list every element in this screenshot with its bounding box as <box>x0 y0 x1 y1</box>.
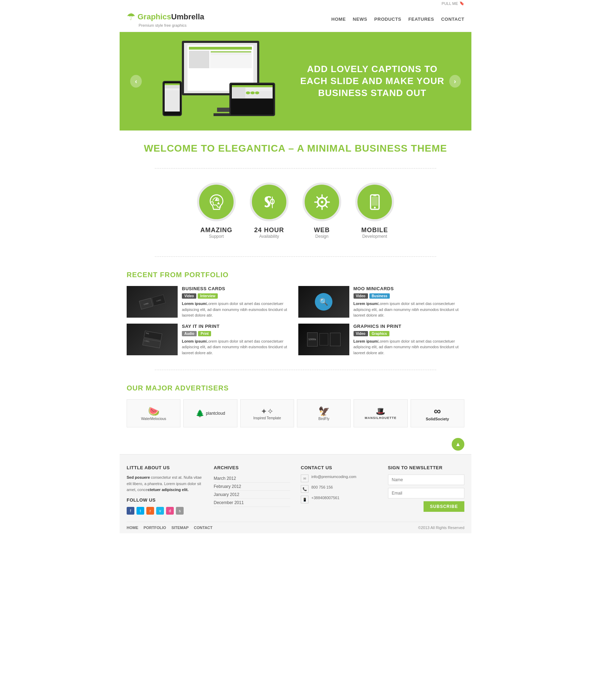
back-to-top-container: ▲ <box>120 434 471 454</box>
svg-line-8 <box>317 197 319 199</box>
contact-mobile: +388408007561 <box>311 496 339 500</box>
advertiser-inspired-template[interactable]: ✦✧ Inspired Template <box>240 399 294 427</box>
tag-video[interactable]: Video <box>182 293 196 299</box>
umbrella-icon: ☂ <box>127 11 135 23</box>
welcome-heading: WELCOME TO ELEGANTICA – A MINIMAL BUSINE… <box>127 143 464 154</box>
portfolio-thumb-moo[interactable]: 🔍 <box>298 286 349 318</box>
share-icon[interactable]: s <box>176 507 184 515</box>
portfolio-item-title: SAY IT IN PRINT <box>182 324 293 329</box>
portfolio-item-text: Lorem ipsumLorem ipsum dolor sit amet da… <box>354 301 465 318</box>
archive-february[interactable]: February 2012 <box>214 483 291 491</box>
subscribe-button[interactable]: SUBSCRIBE <box>424 501 464 512</box>
nav-products[interactable]: PRODUCTS <box>374 17 401 22</box>
copyright: ©2013 All Rights Reserved <box>418 526 464 530</box>
feature-mobile: MOBILE Development <box>355 183 394 239</box>
nav-features[interactable]: FEATURES <box>408 17 434 22</box>
advertiser-plantcloud[interactable]: 🌲 plantcloud <box>183 399 237 427</box>
logo: ☂ GraphicsUmbrella Premium style free gr… <box>127 11 204 27</box>
phone-icon: 📞 <box>301 485 309 493</box>
feature-mobile-subtitle: Development <box>355 234 394 239</box>
back-to-top-button[interactable]: ▲ <box>452 438 464 451</box>
feature-web-subtitle: Design <box>303 234 341 239</box>
mobile-icon: 📱 <box>301 496 309 503</box>
portfolio-item: TAG LABEL SAY IT IN PRINT Audio Print Lo… <box>127 324 293 356</box>
portfolio-item: 🔍 MOO MINICARDS Video Business Lorem ips… <box>298 286 465 318</box>
nav-home[interactable]: HOME <box>331 17 346 22</box>
header: ☂ GraphicsUmbrella Premium style free gr… <box>120 7 471 32</box>
portfolio-thumb-business-cards[interactable]: CARD CARD <box>127 286 178 318</box>
contact-phone-item: 📞 800 756 156 <box>301 485 377 493</box>
vimeo-icon[interactable]: v <box>156 507 164 515</box>
svg-line-10 <box>325 197 327 199</box>
feature-web-title: WEB <box>303 227 341 234</box>
tag-interview[interactable]: Interview <box>198 293 218 299</box>
portfolio-info: GRAPHICS IN PRINT Video Graphics Lorem i… <box>354 324 465 356</box>
archive-march[interactable]: March 2012 <box>214 475 291 483</box>
slider-devices <box>142 41 296 122</box>
footer-about-text: Sed posuere consectetur est at. Nulla vi… <box>127 475 203 493</box>
tag-audio[interactable]: Audio <box>182 331 197 336</box>
portfolio-tags: Video Interview <box>182 293 293 299</box>
features-section: AMAZING Support 24 HOUR Availability <box>120 176 471 249</box>
social-icons: f t r v d s <box>127 507 203 515</box>
archive-january[interactable]: January 2012 <box>214 491 291 499</box>
newsletter-email-input[interactable] <box>388 488 465 498</box>
portfolio-item-text: Lorem ipsumLorem ipsum dolor sit amet da… <box>182 301 293 318</box>
tag-video[interactable]: Video <box>354 293 368 299</box>
advertisers-grid: 🍉 WaterMelocious 🌲 plantcloud ✦✧ Inspire… <box>127 399 464 427</box>
footer-nav-portfolio[interactable]: PORTFOLIO <box>144 526 166 530</box>
tag-video[interactable]: Video <box>354 331 368 336</box>
footer-nav-contact[interactable]: CONTACT <box>194 526 212 530</box>
portfolio-title: RECENT FROM PORTFOLIO <box>127 271 464 279</box>
bookmark-icon: 🔖 <box>459 1 464 6</box>
contact-email-item: ✉ info@premiumcoding.com <box>301 475 377 482</box>
divider-3 <box>155 370 436 370</box>
twitter-icon[interactable]: t <box>136 507 144 515</box>
footer-newsletter-title: SIGN TO NEWSLETTER <box>388 465 465 470</box>
advertiser-birdfly[interactable]: 🦅 BirdFly <box>297 399 351 427</box>
feature-24hour-subtitle: Availability <box>250 234 288 239</box>
footer: LITTLE ABOUT US Sed posuere consectetur … <box>120 454 471 533</box>
nav-contact[interactable]: CONTACT <box>441 17 464 22</box>
advertiser-watermelocious[interactable]: 🍉 WaterMelocious <box>127 399 180 427</box>
portfolio-info: BUSINESS CARDS Video Interview Lorem ips… <box>182 286 293 318</box>
feature-web: WEB Design <box>303 183 341 239</box>
slider-next-button[interactable]: › <box>449 75 461 88</box>
portfolio-tags: Video Business <box>354 293 465 299</box>
portfolio-thumb-print[interactable]: TAG LABEL <box>127 324 178 355</box>
footer-nav-sitemap[interactable]: SITEMAP <box>171 526 189 530</box>
tag-business[interactable]: Business <box>369 293 390 299</box>
portfolio-item-title: BUSINESS CARDS <box>182 286 293 291</box>
footer-contact-title: CONTACT US <box>301 465 377 470</box>
portfolio-grid: CARD CARD BUSINESS CARDS Video Interview… <box>127 286 464 356</box>
nav-news[interactable]: NEWS <box>353 17 367 22</box>
footer-newsletter: SIGN TO NEWSLETTER SUBSCRIBE <box>388 465 465 515</box>
feature-amazing-title: AMAZING <box>197 227 236 234</box>
newsletter-name-input[interactable] <box>388 475 465 485</box>
feature-mobile-title: MOBILE <box>355 227 394 234</box>
feature-mobile-icon <box>355 183 394 221</box>
advertiser-man-silhouette[interactable]: 🎩 MANSILHOUETTE <box>354 399 407 427</box>
dribbble-icon[interactable]: d <box>166 507 174 515</box>
rss-icon[interactable]: r <box>146 507 154 515</box>
divider <box>155 168 436 168</box>
tag-print[interactable]: Print <box>198 331 211 336</box>
portfolio-info: MOO MINICARDS Video Business Lorem ipsum… <box>354 286 465 318</box>
footer-archives-title: ARCHIVES <box>214 465 291 470</box>
email-icon: ✉ <box>301 475 309 482</box>
archive-december[interactable]: December 2011 <box>214 499 291 507</box>
tag-graphics[interactable]: Graphics <box>369 331 389 336</box>
footer-columns: LITTLE ABOUT US Sed posuere consectetur … <box>127 465 464 522</box>
portfolio-thumb-graphics[interactable]: 1000s <box>298 324 349 355</box>
contact-mobile-item: 📱 +388408007561 <box>301 496 377 503</box>
logo-tagline: Premium style free graphics <box>139 23 204 27</box>
footer-nav-home[interactable]: HOME <box>127 526 138 530</box>
facebook-icon[interactable]: f <box>127 507 134 515</box>
svg-rect-13 <box>371 197 377 206</box>
logo-text: GraphicsUmbrella <box>138 12 204 21</box>
advertiser-solid-society[interactable]: ∞ SolidSociety <box>411 399 464 427</box>
feature-24hour-title: 24 HOUR <box>250 227 288 234</box>
portfolio-item-text: Lorem ipsumLorem ipsum dolor sit amet da… <box>182 338 293 356</box>
slider-prev-button[interactable]: ‹ <box>130 75 142 88</box>
footer-archives: ARCHIVES March 2012 February 2012 Januar… <box>214 465 291 515</box>
